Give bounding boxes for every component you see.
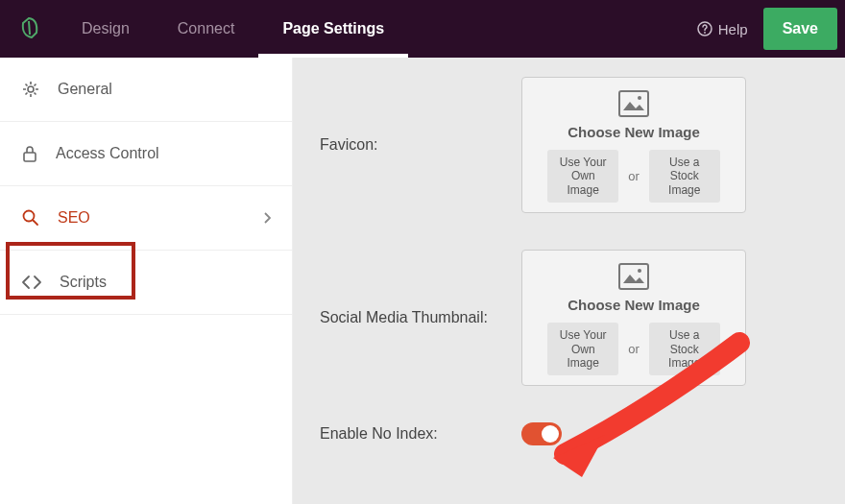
svg-rect-7	[619, 264, 648, 289]
top-tabs: Design Connect Page Settings	[58, 0, 408, 58]
svg-point-8	[638, 269, 641, 273]
sidebar-item-label: Scripts	[60, 274, 107, 291]
use-stock-image-button[interactable]: Use a Stock Image	[649, 323, 720, 375]
lock-icon	[21, 144, 38, 163]
svg-rect-5	[619, 91, 648, 116]
image-placeholder-icon	[532, 262, 736, 291]
use-own-image-button[interactable]: Use Your Own Image	[547, 150, 618, 203]
help-icon	[697, 21, 712, 36]
chevron-right-icon	[263, 212, 271, 224]
social-label: Social Media Thumbnail:	[320, 309, 521, 326]
sidebar: General Access Control SEO Scripts	[0, 58, 293, 504]
svg-rect-3	[24, 153, 36, 161]
leaf-icon	[15, 15, 42, 42]
save-button[interactable]: Save	[763, 8, 837, 50]
use-stock-image-button[interactable]: Use a Stock Image	[649, 150, 720, 203]
noindex-row: Enable No Index:	[320, 422, 845, 445]
toggle-knob	[542, 425, 559, 443]
favicon-row: Favicon: Choose New Image Use Your Own I…	[320, 58, 845, 213]
image-placeholder-icon	[532, 89, 736, 118]
svg-point-4	[24, 211, 35, 222]
image-button-row: Use Your Own Image or Use a Stock Image	[532, 323, 736, 375]
topbar: Design Connect Page Settings Help Save	[0, 0, 845, 58]
image-button-row: Use Your Own Image or Use a Stock Image	[532, 150, 736, 203]
tab-page-settings[interactable]: Page Settings	[258, 0, 408, 58]
main-panel: Favicon: Choose New Image Use Your Own I…	[293, 58, 845, 504]
sidebar-item-access-control[interactable]: Access Control	[0, 122, 292, 186]
tab-design[interactable]: Design	[58, 0, 154, 58]
svg-point-6	[638, 96, 641, 100]
help-label: Help	[718, 21, 748, 37]
use-own-image-button[interactable]: Use Your Own Image	[547, 323, 618, 375]
favicon-box: Choose New Image Use Your Own Image or U…	[521, 77, 746, 213]
social-row: Social Media Thumbnail: Choose New Image…	[320, 250, 845, 386]
favicon-label: Favicon:	[320, 136, 521, 154]
gear-icon	[21, 80, 40, 99]
or-label: or	[628, 169, 640, 183]
sidebar-item-label: General	[58, 81, 112, 98]
choose-image-label: Choose New Image	[532, 124, 736, 140]
body: General Access Control SEO Scripts	[0, 58, 845, 504]
sidebar-item-seo[interactable]: SEO	[0, 186, 292, 251]
tab-connect[interactable]: Connect	[154, 0, 259, 58]
or-label: or	[628, 342, 640, 356]
choose-image-label: Choose New Image	[532, 297, 736, 313]
code-icon	[21, 274, 42, 291]
sidebar-item-label: Access Control	[56, 145, 159, 162]
svg-point-2	[28, 86, 34, 92]
social-box: Choose New Image Use Your Own Image or U…	[521, 250, 746, 386]
app-logo	[0, 0, 58, 58]
sidebar-item-label: SEO	[58, 209, 90, 227]
help-link[interactable]: Help	[682, 0, 763, 58]
sidebar-item-general[interactable]: General	[0, 58, 292, 122]
noindex-toggle[interactable]	[521, 422, 562, 445]
svg-point-1	[704, 32, 706, 34]
noindex-label: Enable No Index:	[320, 425, 521, 443]
search-icon	[21, 208, 40, 228]
sidebar-item-scripts[interactable]: Scripts	[0, 251, 292, 315]
